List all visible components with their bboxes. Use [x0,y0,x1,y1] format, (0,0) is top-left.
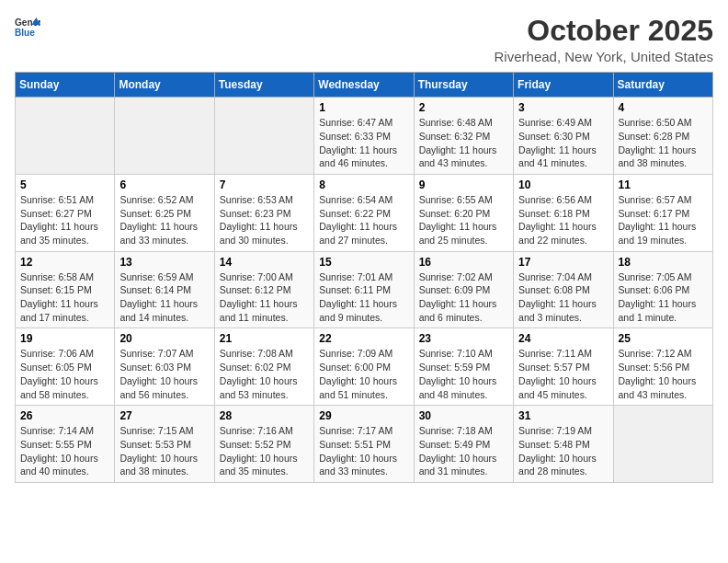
day-info: Sunrise: 7:17 AM Sunset: 5:51 PM Dayligh… [319,424,408,478]
calendar-cell: 9Sunrise: 6:55 AM Sunset: 6:20 PM Daylig… [414,174,513,251]
day-info: Sunrise: 7:07 AM Sunset: 6:03 PM Dayligh… [119,347,209,401]
day-number: 9 [419,178,508,191]
day-info: Sunrise: 7:09 AM Sunset: 6:00 PM Dayligh… [319,347,408,401]
day-number: 31 [518,409,608,422]
day-number: 10 [518,178,608,191]
calendar-cell: 29Sunrise: 7:17 AM Sunset: 5:51 PM Dayli… [314,406,414,483]
day-info: Sunrise: 7:19 AM Sunset: 5:48 PM Dayligh… [518,424,608,478]
calendar-cell: 20Sunrise: 7:07 AM Sunset: 6:03 PM Dayli… [115,328,214,406]
weekday-header: Thursday [414,73,513,98]
calendar-cell [16,98,115,175]
day-number: 18 [619,256,708,269]
calendar-cell: 25Sunrise: 7:12 AM Sunset: 5:56 PM Dayli… [613,328,712,406]
month-title: October 2025 [495,15,713,47]
day-info: Sunrise: 7:05 AM Sunset: 6:06 PM Dayligh… [619,270,708,325]
logo-icon: General Blue [15,15,40,40]
day-info: Sunrise: 6:49 AM Sunset: 6:30 PM Dayligh… [518,116,608,170]
calendar-cell: 7Sunrise: 6:53 AM Sunset: 6:23 PM Daylig… [214,174,313,251]
calendar-cell: 31Sunrise: 7:19 AM Sunset: 5:48 PM Dayli… [514,406,613,483]
logo: General Blue [15,15,40,40]
day-info: Sunrise: 6:55 AM Sunset: 6:20 PM Dayligh… [419,193,508,247]
page-header: General Blue October 2025 Riverhead, New… [15,15,713,64]
day-number: 19 [20,332,109,345]
weekday-header: Tuesday [214,73,313,98]
day-number: 22 [319,332,408,345]
day-number: 21 [220,332,309,345]
day-number: 12 [20,256,109,269]
calendar-cell: 27Sunrise: 7:15 AM Sunset: 5:53 PM Dayli… [115,406,214,483]
day-info: Sunrise: 7:06 AM Sunset: 6:05 PM Dayligh… [20,347,109,401]
day-info: Sunrise: 7:16 AM Sunset: 5:52 PM Dayligh… [220,424,309,478]
calendar-cell: 3Sunrise: 6:49 AM Sunset: 6:30 PM Daylig… [514,98,613,175]
calendar-cell: 26Sunrise: 7:14 AM Sunset: 5:55 PM Dayli… [16,406,115,483]
calendar-cell: 1Sunrise: 6:47 AM Sunset: 6:33 PM Daylig… [314,98,414,175]
day-number: 16 [419,256,508,269]
calendar-cell: 2Sunrise: 6:48 AM Sunset: 6:32 PM Daylig… [414,98,513,175]
calendar-cell: 11Sunrise: 6:57 AM Sunset: 6:17 PM Dayli… [613,174,712,251]
day-info: Sunrise: 6:59 AM Sunset: 6:14 PM Dayligh… [119,270,209,325]
day-info: Sunrise: 7:18 AM Sunset: 5:49 PM Dayligh… [419,424,508,478]
calendar-table: SundayMondayTuesdayWednesdayThursdayFrid… [15,72,713,483]
calendar-cell: 19Sunrise: 7:06 AM Sunset: 6:05 PM Dayli… [16,328,115,406]
day-info: Sunrise: 6:54 AM Sunset: 6:22 PM Dayligh… [319,193,408,247]
day-number: 27 [119,409,209,422]
calendar-cell: 8Sunrise: 6:54 AM Sunset: 6:22 PM Daylig… [314,174,414,251]
day-info: Sunrise: 6:57 AM Sunset: 6:17 PM Dayligh… [619,193,708,247]
day-number: 29 [319,409,408,422]
day-info: Sunrise: 7:02 AM Sunset: 6:09 PM Dayligh… [419,270,508,325]
calendar-cell: 6Sunrise: 6:52 AM Sunset: 6:25 PM Daylig… [115,174,214,251]
day-number: 4 [619,101,708,114]
day-number: 6 [119,178,209,191]
day-info: Sunrise: 7:10 AM Sunset: 5:59 PM Dayligh… [419,347,508,401]
calendar-cell: 21Sunrise: 7:08 AM Sunset: 6:02 PM Dayli… [214,328,313,406]
day-number: 11 [619,178,708,191]
day-number: 30 [419,409,508,422]
calendar-cell: 13Sunrise: 6:59 AM Sunset: 6:14 PM Dayli… [115,251,214,328]
weekday-header: Monday [115,73,214,98]
day-info: Sunrise: 6:52 AM Sunset: 6:25 PM Dayligh… [119,193,209,247]
calendar-cell: 14Sunrise: 7:00 AM Sunset: 6:12 PM Dayli… [214,251,313,328]
day-number: 2 [419,101,508,114]
calendar-cell: 5Sunrise: 6:51 AM Sunset: 6:27 PM Daylig… [16,174,115,251]
day-info: Sunrise: 6:58 AM Sunset: 6:15 PM Dayligh… [20,270,109,325]
day-info: Sunrise: 6:53 AM Sunset: 6:23 PM Dayligh… [220,193,309,247]
day-number: 1 [319,101,408,114]
calendar-week-row: 1Sunrise: 6:47 AM Sunset: 6:33 PM Daylig… [16,98,713,175]
day-info: Sunrise: 7:08 AM Sunset: 6:02 PM Dayligh… [220,347,309,401]
calendar-week-row: 5Sunrise: 6:51 AM Sunset: 6:27 PM Daylig… [16,174,713,251]
calendar-cell: 17Sunrise: 7:04 AM Sunset: 6:08 PM Dayli… [514,251,613,328]
title-section: October 2025 Riverhead, New York, United… [495,15,713,64]
day-info: Sunrise: 6:51 AM Sunset: 6:27 PM Dayligh… [20,193,109,247]
day-number: 14 [220,256,309,269]
svg-text:Blue: Blue [15,28,35,38]
calendar-cell: 28Sunrise: 7:16 AM Sunset: 5:52 PM Dayli… [214,406,313,483]
day-info: Sunrise: 7:15 AM Sunset: 5:53 PM Dayligh… [119,424,209,478]
calendar-week-row: 12Sunrise: 6:58 AM Sunset: 6:15 PM Dayli… [16,251,713,328]
day-number: 3 [518,101,608,114]
day-number: 24 [518,332,608,345]
day-number: 15 [319,256,408,269]
day-info: Sunrise: 6:48 AM Sunset: 6:32 PM Dayligh… [419,116,508,170]
day-info: Sunrise: 7:12 AM Sunset: 5:56 PM Dayligh… [619,347,708,401]
calendar-week-row: 26Sunrise: 7:14 AM Sunset: 5:55 PM Dayli… [16,406,713,483]
calendar-cell [613,406,712,483]
day-number: 7 [220,178,309,191]
calendar-cell: 30Sunrise: 7:18 AM Sunset: 5:49 PM Dayli… [414,406,513,483]
day-number: 25 [619,332,708,345]
day-number: 20 [119,332,209,345]
day-number: 26 [20,409,109,422]
day-info: Sunrise: 7:14 AM Sunset: 5:55 PM Dayligh… [20,424,109,478]
day-info: Sunrise: 7:00 AM Sunset: 6:12 PM Dayligh… [220,270,309,325]
location: Riverhead, New York, United States [495,49,713,64]
header-row: SundayMondayTuesdayWednesdayThursdayFrid… [16,73,713,98]
day-info: Sunrise: 7:04 AM Sunset: 6:08 PM Dayligh… [518,270,608,325]
day-number: 5 [20,178,109,191]
calendar-cell [115,98,214,175]
day-number: 13 [119,256,209,269]
calendar-week-row: 19Sunrise: 7:06 AM Sunset: 6:05 PM Dayli… [16,328,713,406]
day-info: Sunrise: 7:11 AM Sunset: 5:57 PM Dayligh… [518,347,608,401]
calendar-cell: 4Sunrise: 6:50 AM Sunset: 6:28 PM Daylig… [613,98,712,175]
weekday-header: Friday [514,73,613,98]
calendar-cell: 18Sunrise: 7:05 AM Sunset: 6:06 PM Dayli… [613,251,712,328]
day-number: 17 [518,256,608,269]
